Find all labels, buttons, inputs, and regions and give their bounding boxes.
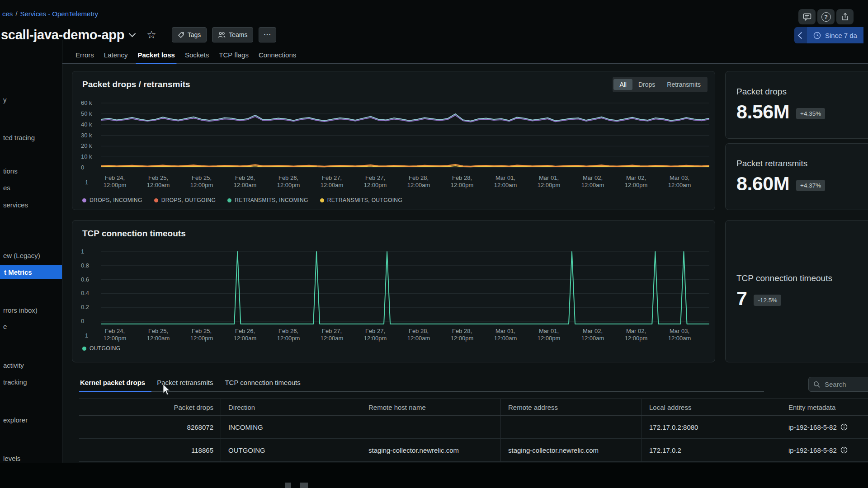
time-picker[interactable]: Since 7 da [794, 27, 863, 43]
x-tick-label: Feb 27,12:00pm [354, 328, 397, 342]
footer-strip [0, 463, 868, 488]
feedback-button[interactable] [798, 9, 816, 24]
share-button[interactable] [836, 9, 854, 24]
sidebar-item[interactable]: tracking [3, 378, 27, 386]
table-cell: 8268072 [79, 416, 221, 438]
entity-metadata-cell[interactable]: ip-192-168-5-82 [781, 416, 868, 438]
entity-metadata-cell[interactable]: ip-192-168-5-82 [781, 439, 868, 461]
sidebar-item[interactable]: levels [3, 455, 20, 462]
legend-dot [82, 347, 86, 351]
sidebar-item[interactable]: y [3, 96, 7, 103]
y-tick-label: 0 [81, 164, 100, 171]
chart-legend: OUTGOING [82, 345, 121, 352]
chart-legend: DROPS, INCOMINGDROPS, OUTGOINGRETRANSMIT… [82, 197, 402, 203]
detail-tab-kernel-packet-drops[interactable]: Kernel packet drops [80, 379, 145, 386]
breadcrumb-link-right[interactable]: Services - OpenTelemetry [20, 10, 99, 18]
time-picker-back[interactable] [794, 27, 807, 43]
table-cell: staging-collector.newrelic.com [361, 439, 500, 461]
detail-tab-tcp-connection-timeouts[interactable]: TCP connection timeouts [225, 379, 300, 386]
y-tick-label: 50 k [81, 110, 100, 117]
help-button[interactable]: ? [817, 9, 835, 24]
legend-item[interactable]: RETRANSMITS, INCOMING [227, 197, 308, 203]
teams-button[interactable]: Teams [212, 27, 253, 42]
column-header[interactable]: Local address [642, 399, 781, 415]
legend-label: DROPS, INCOMING [90, 197, 142, 203]
sidebar-item[interactable]: rrors inbox) [3, 306, 38, 314]
info-icon[interactable] [840, 423, 848, 431]
tab-connections[interactable]: Connections [259, 46, 296, 64]
entity-name: ip-192-168-5-82 [788, 446, 837, 454]
packet-chart: 1 Feb 24,12:00pmFeb 25,12:00amFeb 25,12:… [80, 99, 710, 190]
legend-dot [82, 198, 86, 202]
table-search[interactable] [808, 377, 868, 392]
column-header[interactable]: Remote host name [361, 399, 500, 415]
legend-item[interactable]: OUTGOING [82, 345, 121, 352]
tags-button[interactable]: Tags [172, 27, 207, 42]
x-tick-label: Mar 01,12:00pm [527, 174, 571, 189]
entity-name: ip-192-168-5-82 [788, 423, 837, 431]
table-row[interactable]: 118865OUTGOINGstaging-collector.newrelic… [79, 439, 868, 462]
y-tick-label: 10 k [81, 153, 100, 160]
sidebar-item-active[interactable]: t Metrics [0, 265, 62, 279]
clock-icon [813, 32, 821, 39]
sidebar-item[interactable]: es [3, 184, 10, 192]
tcp-timeouts-chart: 1 Feb 24,12:00pmFeb 25,12:00amFeb 25,12:… [80, 248, 710, 345]
chart-title: TCP connection timeouts [82, 229, 186, 239]
x-tick-label: Mar 02,12:00pm [614, 174, 658, 189]
legend-label: RETRANSMITS, OUTGOING [327, 197, 402, 203]
legend-item[interactable]: DROPS, INCOMING [82, 197, 142, 203]
tab-errors[interactable]: Errors [75, 46, 94, 64]
dock-item [285, 483, 291, 488]
sidebar-item[interactable]: tions [3, 167, 18, 175]
tab-tcp-flags[interactable]: TCP flags [219, 46, 249, 64]
sidebar: yted tracingtionsesservicesew (Legacy)t … [0, 40, 62, 463]
more-actions-button[interactable]: ··· [259, 27, 276, 42]
legend-item[interactable]: RETRANSMITS, OUTGOING [320, 197, 402, 203]
toggle-all[interactable]: All [613, 79, 632, 90]
chart-plot [101, 248, 709, 328]
column-header[interactable]: Direction [221, 399, 361, 415]
column-header[interactable]: Entity metadata [781, 399, 868, 415]
table-cell: staging-collector.newrelic.com [500, 439, 642, 461]
x-tick-label: Feb 26,12:00pm [267, 174, 310, 189]
column-header[interactable]: Remote address [500, 399, 642, 415]
breadcrumb: ces/Services - OpenTelemetry [2, 10, 98, 18]
kpi-title: TCP connection timeouts [736, 273, 832, 283]
teams-button-label: Teams [229, 31, 247, 38]
column-header[interactable]: Packet drops [79, 399, 221, 415]
star-icon[interactable]: ☆ [146, 29, 156, 40]
sidebar-item[interactable]: ted tracing [3, 134, 35, 141]
tags-button-label: Tags [188, 31, 201, 38]
chevron-down-icon[interactable] [129, 30, 136, 37]
packet-drops-retransmits-panel: Packet drops / retransmits AllDropsRetra… [72, 71, 715, 210]
legend-label: RETRANSMITS, INCOMING [235, 197, 308, 203]
table-row[interactable]: 8268072INCOMING172.17.0.2:8080ip-192-168… [79, 416, 868, 439]
x-tick-label: Mar 02,12:00am [571, 174, 614, 189]
legend-item[interactable]: DROPS, OUTGOING [154, 197, 216, 203]
x-tick-label: Feb 26,12:00pm [267, 328, 310, 342]
teams-icon [218, 32, 226, 38]
x-tick-label: Feb 24,12:00pm [93, 328, 137, 342]
toggle-drops[interactable]: Drops [632, 79, 661, 90]
sidebar-item[interactable]: ew (Legacy) [3, 252, 40, 259]
sidebar-item[interactable]: explorer [3, 416, 28, 424]
sidebar-item[interactable]: activity [3, 361, 24, 369]
tab-sockets[interactable]: Sockets [185, 46, 209, 64]
sidebar-item[interactable]: services [3, 201, 28, 209]
legend-dot [320, 198, 324, 202]
y-tick-label: 60 k [81, 99, 100, 106]
search-input[interactable] [824, 380, 862, 389]
breadcrumb-link-left[interactable]: ces [2, 10, 13, 18]
table-cell: OUTGOING [221, 439, 361, 461]
info-icon[interactable] [840, 446, 848, 454]
page-tabs: ErrorsLatencyPacket lossSocketsTCP flags… [75, 46, 296, 64]
kpi-delta-badge: +4.35% [796, 108, 825, 119]
legend-dot [154, 198, 158, 202]
tab-packet-loss[interactable]: Packet loss [137, 46, 175, 64]
detail-tabs: Kernel packet dropsPacket retransmitsTCP… [80, 379, 301, 386]
toggle-retransmits[interactable]: Retransmits [661, 79, 707, 90]
y-tick-label: 1 [81, 248, 100, 255]
feedback-icon [803, 13, 811, 21]
tab-latency[interactable]: Latency [104, 46, 128, 64]
sidebar-item[interactable]: e [3, 323, 7, 330]
